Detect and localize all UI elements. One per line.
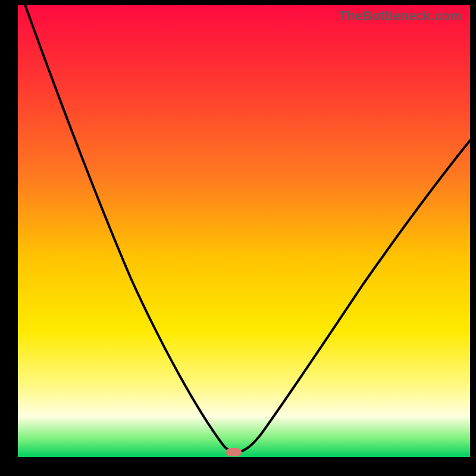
chart-frame: TheBottleneck.com [0, 0, 476, 476]
optimal-marker [226, 448, 242, 456]
plot-area: TheBottleneck.com [18, 5, 470, 457]
curve-path [25, 5, 470, 452]
bottleneck-curve [18, 5, 470, 457]
